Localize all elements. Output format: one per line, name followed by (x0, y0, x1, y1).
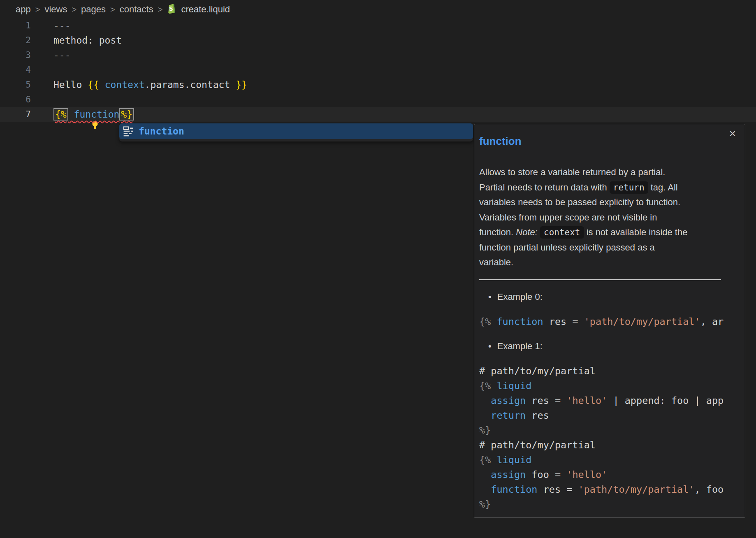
docs-code-line: {% function res = 'path/to/my/partial', … (479, 314, 740, 329)
docs-description: Allows to store a variable returned by a… (479, 165, 740, 270)
code-token (99, 79, 105, 90)
suggest-widget: function (119, 123, 473, 141)
code-token: {{ (88, 79, 99, 90)
docs-code-line: # path/to/my/partial (479, 438, 740, 452)
code-token: {% (479, 454, 491, 466)
docs-examples: •Example 0:{% function res = 'path/to/my… (479, 290, 740, 512)
line-number[interactable]: 3 (0, 48, 31, 63)
line-number[interactable]: 1 (0, 18, 31, 33)
code-line[interactable]: 7{% function%} (0, 107, 756, 122)
docs-code-line: %} (479, 497, 740, 512)
line-number[interactable]: 6 (0, 92, 31, 107)
code-line[interactable]: 1--- (0, 18, 756, 33)
code-token: foo = (526, 469, 566, 480)
docs-example-label-text: Example 1: (497, 341, 543, 352)
docs-code-block: # path/to/my/partial{% liquid assign res… (479, 364, 740, 512)
code-token: assign (491, 469, 526, 480)
code-token: context (105, 79, 145, 90)
code-line-content (31, 92, 100, 107)
docs-text: function. (479, 227, 516, 237)
code-token: --- (53, 20, 71, 31)
code-line[interactable]: 2method: post (0, 33, 756, 48)
docs-code-line: assign res = 'hello' | append: foo | app (479, 393, 740, 408)
chevron-right-icon: > (158, 5, 163, 14)
docs-paragraph-line: variables needs to be passed explicitly … (479, 195, 740, 210)
code-token: method: post (53, 35, 122, 46)
code-token: res = (543, 316, 584, 327)
code-token: 'path/to/my/partial' (584, 316, 700, 327)
docs-code-line: {% liquid (479, 378, 740, 393)
docs-code-line: function res = 'path/to/my/partial', foo (479, 482, 740, 497)
keyword-icon (123, 126, 134, 137)
line-number[interactable]: 4 (0, 63, 31, 77)
docs-example-label: •Example 1: (479, 339, 740, 354)
code-token: , ar (700, 316, 724, 327)
docs-text: variable. (479, 257, 513, 267)
code-token: assign (491, 395, 526, 406)
svg-text:S: S (169, 5, 173, 12)
docs-code-line: return res (479, 408, 740, 423)
code-token (491, 454, 496, 466)
breadcrumb-item[interactable]: contacts (120, 4, 153, 15)
code-token: | append: foo | app (607, 395, 724, 406)
code-token (491, 316, 496, 327)
docs-text: Note: (516, 227, 538, 237)
chevron-right-icon: > (72, 5, 77, 14)
docs-text: is not available inside the (584, 227, 688, 237)
line-number[interactable]: 7 (0, 107, 31, 122)
code-line-content: Hello {{ context.params.contact }} (31, 77, 247, 92)
docs-paragraph-line: Partial needs to return data with return… (479, 180, 740, 195)
code-token (230, 79, 236, 90)
code-token: {% (53, 108, 68, 121)
code-token: }} (236, 79, 247, 90)
code-token (479, 395, 491, 406)
breadcrumb-item[interactable]: app (16, 4, 31, 15)
code-token: liquid (496, 380, 531, 392)
bullet-icon: • (488, 341, 492, 352)
docs-paragraph-line: Allows to store a variable returned by a… (479, 165, 740, 180)
code-line[interactable]: 6 (0, 92, 756, 107)
docs-example-label-text: Example 0: (497, 292, 543, 302)
code-line-content: method: post (31, 33, 122, 48)
inline-code: return (610, 181, 648, 194)
shopify-icon: S (167, 3, 177, 17)
code-token: # path/to/my/partial (479, 439, 596, 451)
code-token: 'hello' (566, 469, 607, 480)
code-token: res (526, 410, 549, 421)
docs-text: variables needs to be passed explicitly … (479, 197, 680, 207)
suggest-item-function[interactable]: function (119, 123, 473, 139)
code-line[interactable]: 5Hello {{ context.params.contact }} (0, 77, 756, 92)
code-token (479, 469, 491, 480)
suggest-details-panel: × function Allows to store a variable re… (474, 124, 745, 518)
code-line[interactable]: 3--- (0, 48, 756, 63)
code-line[interactable]: 4 (0, 63, 756, 77)
code-token: res = (526, 395, 566, 406)
code-line-content (31, 63, 53, 77)
line-number[interactable]: 2 (0, 33, 31, 48)
docs-paragraph-line: variable. (479, 255, 740, 270)
breadcrumb-file[interactable]: create.liquid (181, 4, 230, 15)
editor-code-area[interactable]: 1---2method: post3---45Hello {{ context.… (0, 18, 756, 122)
suggest-item-label: function (139, 126, 184, 137)
docs-text: Variables from upper scope are not visib… (479, 212, 657, 223)
docs-code-line: assign foo = 'hello' (479, 467, 740, 482)
code-token: %} (479, 424, 491, 436)
code-token: function (496, 316, 543, 327)
code-token: 'path/to/my/partial' (578, 484, 695, 495)
close-icon[interactable]: × (727, 128, 738, 140)
code-token: function (74, 109, 120, 120)
docs-text: function partial unless explicitly passe… (479, 242, 655, 253)
docs-divider (479, 279, 721, 280)
code-token: , foo (695, 484, 724, 495)
docs-content: function Allows to store a variable retu… (474, 124, 745, 512)
breadcrumb-item[interactable]: views (44, 4, 67, 15)
line-number[interactable]: 5 (0, 77, 31, 92)
vscode-editor-window: app>views>pages>contacts> S create.liqui… (0, 0, 756, 538)
breadcrumb: app>views>pages>contacts> S create.liqui… (16, 2, 230, 16)
code-token (68, 109, 74, 120)
code-token: .params.contact (145, 79, 230, 90)
code-token: %} (119, 108, 134, 121)
docs-paragraph-line: function partial unless explicitly passe… (479, 240, 740, 255)
docs-code-line: %} (479, 423, 740, 438)
breadcrumb-item[interactable]: pages (81, 4, 106, 15)
